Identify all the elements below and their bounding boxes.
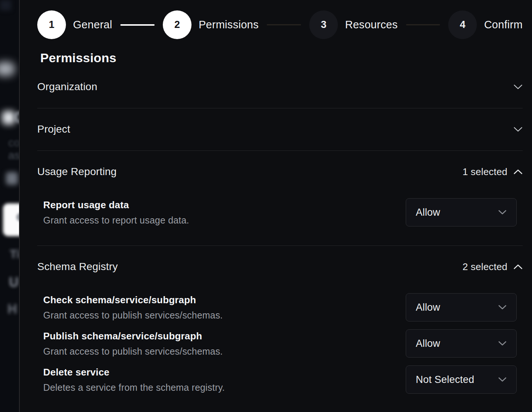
chevron-down-icon [513,127,523,132]
permission-select-publish-schema[interactable]: Allow [406,329,517,358]
sidebar-blur-text: U [9,276,19,289]
permission-select-check-schema[interactable]: Allow [406,293,517,321]
section-schema-registry-header[interactable]: Schema Registry 2 selected [37,259,523,275]
section-project: Project [37,108,523,150]
section-title: Schema Registry [37,259,118,275]
chevron-down-icon [498,210,507,215]
selected-count-badge: 2 selected [462,261,507,273]
step-general[interactable]: 1 General [37,10,112,39]
step-general-badge: 1 [37,10,66,39]
selected-count-badge: 1 selected [462,166,507,178]
step-confirm[interactable]: 4 Confirm [448,10,523,39]
step-connector-upcoming [267,24,301,25]
permission-description: Grant access to publish services/schemas… [43,346,223,357]
permission-rows: Report usage data Grant access to report… [37,198,523,226]
permission-title: Delete service [43,367,225,378]
section-organization-header[interactable]: Organization [37,79,523,95]
section-schema-registry: Schema Registry 2 selected Check schema/… [37,246,523,412]
chevron-down-icon [498,305,507,310]
permission-select-delete-service[interactable]: Not Selected [406,365,517,394]
chevron-down-icon [498,341,507,346]
section-organization: Organization [37,66,523,108]
chevron-down-icon [513,84,523,90]
step-permissions-badge: 2 [163,10,191,39]
sidebar-blur-icon [6,172,18,185]
select-value: Not Selected [416,374,474,386]
background-sidebar: C co as Ti U H [0,0,20,412]
sidebar-blur-logo [0,62,15,76]
sidebar-blur-avatar [2,111,15,124]
section-title: Organization [37,79,97,95]
section-usage-reporting: Usage Reporting 1 selected Report usage … [37,151,523,245]
select-value: Allow [416,302,440,313]
permission-description: Deletes a service from the schema regist… [43,382,225,393]
sidebar-blur-text: as [8,149,20,162]
permission-title: Publish schema/service/subgraph [43,330,223,342]
select-value: Allow [416,207,440,218]
step-permissions[interactable]: 2 Permissions [163,10,259,39]
page-title: Permissions [40,51,523,65]
permission-title: Check schema/service/subgraph [43,294,223,306]
chevron-down-icon [498,377,507,382]
section-usage-reporting-header[interactable]: Usage Reporting 1 selected [37,164,523,180]
permission-row-report-usage-data: Report usage data Grant access to report… [37,198,523,226]
step-permissions-label: Permissions [199,19,259,31]
step-resources-label: Resources [345,19,398,31]
permission-description: Grant access to report usage data. [43,215,189,226]
permission-select-report-usage-data[interactable]: Allow [406,198,517,226]
sidebar-blur-text: H [7,302,17,316]
permission-sections: Organization Project [37,66,523,412]
step-general-number: 1 [49,19,54,31]
step-confirm-badge: 4 [448,10,477,39]
section-title: Usage Reporting [37,164,117,180]
permission-row-delete-service: Delete service Deletes a service from th… [37,365,523,394]
step-connector-complete [120,24,155,26]
step-resources-badge: 3 [309,10,338,39]
permission-title: Report usage data [43,199,189,211]
step-resources[interactable]: 3 Resources [309,10,398,39]
step-permissions-number: 2 [174,19,180,31]
chevron-up-icon [513,264,523,270]
permission-rows: Check schema/service/subgraph Grant acce… [37,293,523,394]
sidebar-blur-corner [0,0,11,10]
permission-row-check-schema: Check schema/service/subgraph Grant acce… [37,293,523,321]
select-value: Allow [416,338,440,349]
permissions-wizard-panel: 1 General 2 Permissions 3 Resources [20,0,532,412]
sidebar-blur-text: C [13,110,20,125]
step-connector-upcoming [406,24,440,25]
step-confirm-label: Confirm [484,19,523,31]
step-resources-number: 3 [321,19,326,31]
permission-description: Grant access to publish services/schemas… [43,310,223,321]
step-general-label: General [73,19,112,31]
sidebar-blur-text: co [8,136,20,149]
step-confirm-number: 4 [460,19,465,31]
chevron-up-icon [513,169,523,175]
wizard-stepper: 1 General 2 Permissions 3 Resources [37,10,523,39]
sidebar-blur-text: Ti [10,248,20,260]
section-title: Project [37,121,70,137]
app-root: C co as Ti U H 1 General 2 Permissions [0,0,532,412]
permission-row-publish-schema: Publish schema/service/subgraph Grant ac… [37,329,523,358]
section-project-header[interactable]: Project [37,121,523,137]
